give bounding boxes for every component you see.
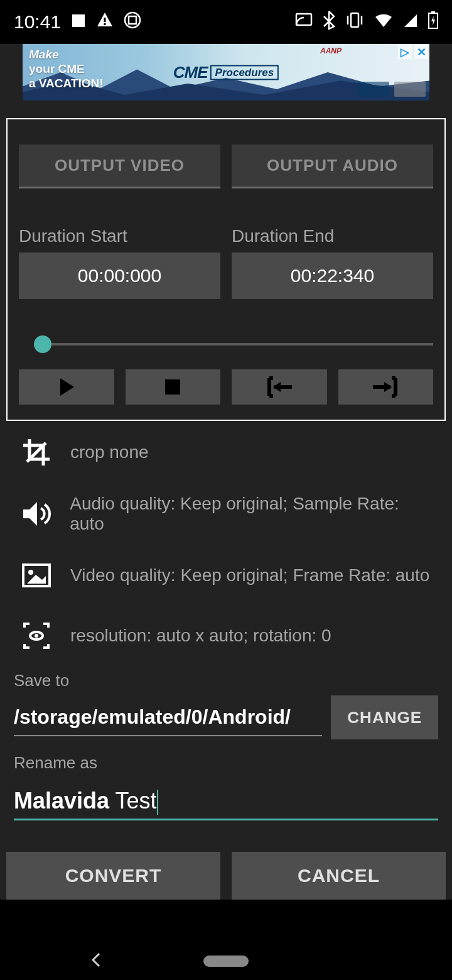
svg-marker-13 xyxy=(431,16,435,26)
mark-end-button[interactable] xyxy=(338,369,434,405)
svg-point-25 xyxy=(28,570,33,575)
duration-end-label: Duration End xyxy=(232,226,433,246)
duration-start-value[interactable]: 00:00:000 xyxy=(19,253,220,299)
tab-output-audio[interactable]: OUTPUT AUDIO xyxy=(232,144,433,188)
svg-marker-16 xyxy=(60,378,74,396)
ad-aanp: AANP xyxy=(320,46,342,55)
change-button[interactable]: CHANGE xyxy=(331,695,438,739)
nav-bar xyxy=(0,942,452,980)
rename-text-bold: Malavida xyxy=(14,788,109,814)
seek-slider[interactable] xyxy=(19,337,433,352)
play-icon xyxy=(58,377,75,397)
svg-point-28 xyxy=(35,634,38,638)
ad-line2: your CME xyxy=(29,62,85,75)
rename-input[interactable]: Malavida Test xyxy=(14,781,438,820)
save-path-field[interactable]: /storage/emulated/0/Android/ xyxy=(14,699,322,736)
svg-rect-0 xyxy=(72,14,85,27)
duration-start-label: Duration Start xyxy=(19,226,220,246)
cancel-button[interactable]: CANCEL xyxy=(232,852,446,900)
svg-point-4 xyxy=(125,13,140,28)
svg-marker-21 xyxy=(384,382,392,392)
nav-home-pill[interactable] xyxy=(203,956,249,967)
option-resolution-text: resolution: auto x auto; rotation: 0 xyxy=(70,626,331,646)
vibrate-icon xyxy=(345,11,364,34)
svg-rect-7 xyxy=(351,13,358,27)
preview-panel: OUTPUT VIDEO OUTPUT AUDIO Duration Start… xyxy=(6,118,446,421)
battery-charging-icon xyxy=(428,11,438,33)
option-video-text: Video quality: Keep original; Frame Rate… xyxy=(70,565,429,585)
option-resolution[interactable]: resolution: auto x auto; rotation: 0 xyxy=(6,606,446,666)
svg-rect-5 xyxy=(129,16,136,24)
image-icon xyxy=(19,560,54,591)
status-bar: 10:41 xyxy=(0,0,452,44)
stop-button[interactable] xyxy=(126,369,221,405)
duration-end-value[interactable]: 00:22:340 xyxy=(232,253,433,299)
square-icon xyxy=(71,11,86,33)
rename-label: Rename as xyxy=(14,753,438,773)
clock: 10:41 xyxy=(14,11,61,33)
volume-icon xyxy=(19,498,53,530)
ad-line3: a VACATION! xyxy=(29,77,104,90)
option-audio-text: Audio quality: Keep original; Sample Rat… xyxy=(70,494,433,534)
option-crop[interactable]: crop none xyxy=(6,422,446,482)
nav-back-icon[interactable] xyxy=(89,951,103,971)
signal-icon xyxy=(403,11,418,33)
slider-thumb[interactable] xyxy=(34,335,51,353)
cast-icon xyxy=(295,11,313,33)
option-audio-quality[interactable]: Audio quality: Keep original; Sample Rat… xyxy=(6,482,446,545)
play-button[interactable] xyxy=(19,369,114,405)
svg-rect-12 xyxy=(431,11,435,13)
mark-start-button[interactable] xyxy=(232,369,327,405)
warning-icon xyxy=(96,11,114,33)
svg-marker-23 xyxy=(23,502,37,526)
mark-end-icon xyxy=(370,376,401,398)
bluetooth-icon xyxy=(323,10,335,35)
mark-start-icon xyxy=(264,376,294,398)
tab-output-video[interactable]: OUTPUT VIDEO xyxy=(19,144,220,188)
ad-badge xyxy=(394,82,426,97)
svg-rect-3 xyxy=(104,23,106,25)
screenshot-icon xyxy=(124,11,141,33)
svg-rect-17 xyxy=(165,379,180,395)
text-caret xyxy=(157,790,158,815)
resolution-icon xyxy=(19,620,54,651)
svg-marker-10 xyxy=(404,14,417,27)
ad-badge xyxy=(358,82,389,97)
ad-banner[interactable]: Make your CME a VACATION! CME Procedures… xyxy=(23,44,429,101)
ad-brand-1: CME xyxy=(173,63,208,82)
wifi-icon xyxy=(374,11,393,33)
ad-close-icon[interactable]: ✕ xyxy=(414,45,428,59)
svg-rect-2 xyxy=(104,18,106,22)
crop-icon xyxy=(19,437,54,468)
convert-button[interactable]: CONVERT xyxy=(6,852,220,900)
svg-marker-19 xyxy=(273,382,281,392)
rename-text-rest: Test xyxy=(109,788,156,814)
ad-info-icon[interactable]: ▷ xyxy=(398,45,412,59)
ad-line1: Make xyxy=(29,48,59,61)
stop-icon xyxy=(164,378,181,396)
ad-brand-2: Procedures xyxy=(210,65,279,80)
svg-marker-26 xyxy=(27,575,46,584)
option-crop-text: crop none xyxy=(70,442,149,462)
option-video-quality[interactable]: Video quality: Keep original; Frame Rate… xyxy=(6,545,446,606)
save-to-label: Save to xyxy=(14,671,438,690)
